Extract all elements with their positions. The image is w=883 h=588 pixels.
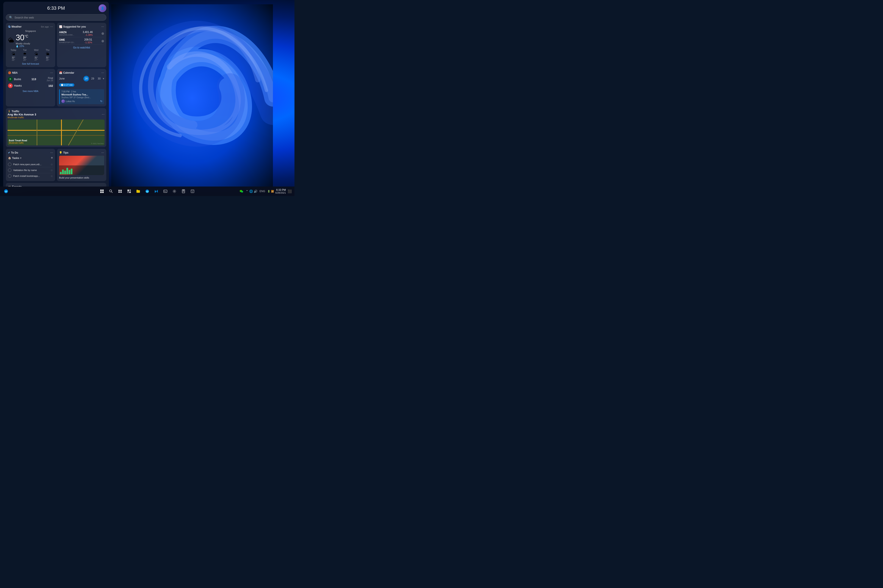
systray-arrow[interactable]: ⌃ — [246, 189, 248, 193]
calendar-refresh-button[interactable]: ↻ — [100, 100, 102, 103]
forecast-thu: Thu 🌥 31° 26° — [42, 49, 53, 61]
calendar-month: June — [59, 77, 65, 80]
calendar-chevron-down[interactable]: ▾ — [103, 77, 104, 80]
svg-line-7 — [111, 192, 113, 193]
taskbar-left — [2, 188, 10, 195]
systray-battery-wifi[interactable]: 🔋 📶 — [267, 190, 274, 193]
todo-more-button[interactable]: ··· — [50, 151, 53, 154]
task-0-star[interactable]: ☆ — [50, 163, 53, 166]
bar-5 — [69, 170, 70, 174]
traffic-map-overlay: Bukit Timah Road Moderate traffic — [9, 138, 27, 144]
wallpaper-swirl — [111, 4, 273, 192]
traffic-more-button[interactable]: ··· — [102, 112, 105, 116]
go-to-watchlist-link[interactable]: Go to watchlist — [59, 45, 104, 50]
svg-rect-5 — [102, 192, 104, 193]
systray-volume[interactable]: 🔊 — [254, 189, 257, 193]
search-input-placeholder: Search the web — [14, 16, 34, 19]
svg-rect-9 — [120, 190, 122, 191]
user-avatar[interactable]: 👤 — [99, 4, 106, 12]
taskbar-widgets-button[interactable] — [125, 188, 133, 195]
tips-description: Build your presentation skills — [59, 176, 89, 179]
weather-icon: 🌤 — [8, 25, 11, 28]
taskbar-time-date[interactable]: 6:33 PM 6/28/2021 — [275, 189, 286, 194]
tips-header: 💡 Tips ··· — [59, 151, 104, 154]
system-tray: ⌃ 🌐 🔊 — [246, 189, 257, 193]
widgets-panel: 6:33 PM 👤 🔍 Search the web 🌤 Weather 6m … — [3, 2, 109, 190]
traffic-widget: 🚦 Traffic Ang Mo Kio Avenue 3 Moderate t… — [6, 108, 106, 147]
calendar-event-title: Microsoft Suzhou Toa... — [62, 93, 102, 96]
calendar-widget: 📅 Calendar ··· June 28 29 30 ▾ 🕐 in 27 m… — [57, 69, 106, 106]
nba-team-hawks: H Hawks — [8, 83, 22, 88]
hawks-score: 102 — [48, 84, 53, 87]
svg-point-21 — [174, 190, 175, 192]
taskbar-taskview-button[interactable] — [116, 188, 124, 195]
wifi-icon: 📶 — [271, 190, 274, 192]
svg-rect-8 — [118, 190, 120, 191]
tasks-add-button[interactable]: + — [51, 156, 53, 160]
stock-gme-price: 209.51 — [84, 38, 92, 41]
stock-gme-add-button[interactable]: ⊕ — [101, 39, 104, 43]
tips-more-button[interactable]: ··· — [101, 151, 104, 154]
systray-lang[interactable]: ENG — [259, 190, 266, 193]
start-button[interactable] — [98, 188, 106, 195]
taskbar-edge-center-icon[interactable] — [143, 188, 151, 195]
tasks-home-icon: 🏠 — [8, 157, 11, 160]
calendar-event[interactable]: 7:00 PM · 2 hrs Microsoft Suzhou Toa... … — [59, 89, 104, 104]
svg-rect-10 — [118, 192, 120, 193]
task-1-checkbox[interactable] — [8, 168, 11, 172]
stock-gme-name: GAMESTOP CO... — [59, 41, 75, 44]
svg-point-6 — [110, 190, 112, 192]
panel-time: 6:33 PM — [14, 5, 99, 11]
task-0-checkbox[interactable] — [8, 163, 11, 166]
svg-rect-19 — [164, 190, 167, 192]
cal-day-29[interactable]: 29 — [90, 76, 95, 81]
weather-main: 🌥 30 °C Mostly cloudy 💧 22% — [8, 33, 53, 48]
weather-title: 🌤 Weather — [8, 25, 21, 28]
tips-bottom: Build your presentation skills — [59, 176, 104, 179]
see-more-nba-link[interactable]: See more NBA — [8, 90, 53, 92]
cal-day-30[interactable]: 30 — [96, 76, 102, 81]
taskbar-vscode-icon[interactable] — [152, 188, 160, 195]
traffic-watermark: © 2021 TomTom — [91, 142, 104, 144]
notification-button[interactable]: ⬛ — [287, 189, 292, 194]
taskbar-edge-icon[interactable] — [2, 188, 10, 195]
calendar-event-location: Suzhou SIP 1F Garage (Besi... — [62, 96, 102, 99]
weather-temperature: 30 — [16, 33, 24, 42]
taskbar-center — [98, 188, 196, 195]
svg-point-27 — [183, 192, 183, 192]
svg-rect-11 — [120, 192, 122, 193]
todo-icon: ✔ — [8, 151, 10, 154]
taskbar-app2-icon[interactable] — [189, 188, 196, 195]
calendar-more-button[interactable]: ··· — [101, 71, 104, 75]
calendar-host-name: Lukas Hu — [66, 100, 75, 102]
taskbar-search-button[interactable] — [107, 188, 115, 195]
nba-final-label: Final — [47, 76, 53, 79]
nba-game-row1: B Bucks 113 Final Jun 28 — [8, 76, 53, 82]
taskbar-files-button[interactable] — [134, 188, 142, 195]
taskbar-settings-icon[interactable] — [170, 188, 178, 195]
calendar-event-host: Lukas Hu ↻ — [62, 99, 102, 103]
stocks-more-button[interactable]: ··· — [101, 25, 104, 28]
taskbar-calculator-icon[interactable] — [180, 188, 187, 195]
weather-more-button[interactable]: ··· — [50, 25, 53, 28]
task-1-star[interactable]: ☆ — [50, 169, 53, 172]
task-2-text: Patch install bootstrapp... — [13, 175, 40, 177]
tips-chart — [59, 165, 104, 175]
task-2-checkbox[interactable] — [8, 174, 11, 178]
stock-amzn-add-button[interactable]: ⊕ — [101, 32, 104, 36]
tasks-chevron[interactable]: ▾ — [20, 157, 21, 160]
systray-network[interactable]: 🌐 — [249, 189, 253, 193]
svg-rect-17 — [129, 192, 131, 193]
stock-gme: GME GAMESTOP CO... 209.51 -1.32% ⊕ — [59, 37, 104, 45]
cal-day-28[interactable]: 28 — [83, 76, 89, 81]
taskbar-terminal-icon[interactable] — [161, 188, 169, 195]
weather-cloud-icon: 🌥 — [8, 37, 14, 44]
nba-game-row2: H Hawks 102 — [8, 82, 53, 89]
nba-header: 🏀 NBA ··· — [8, 71, 53, 75]
see-full-forecast-link[interactable]: See full forecast — [8, 63, 53, 65]
systray-wechat-icon[interactable] — [238, 188, 244, 194]
task-2-star[interactable]: ☆ — [50, 174, 53, 178]
search-bar[interactable]: 🔍 Search the web — [6, 14, 106, 21]
nba-more-button[interactable]: ··· — [50, 71, 53, 75]
widgets-grid: 🌤 Weather 6m ago ··· Singapore 🌥 30 °C M… — [6, 23, 106, 190]
